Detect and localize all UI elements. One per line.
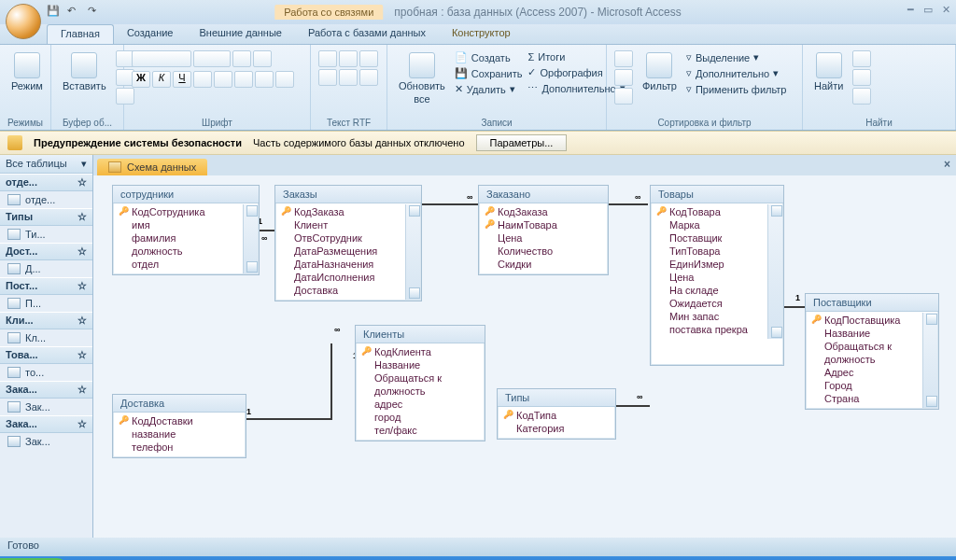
navigation-pane[interactable]: Все таблицы▾ отде...☆отде...Типы☆Ти...До… (0, 155, 93, 538)
underline-icon[interactable]: Ч (173, 71, 191, 88)
field[interactable]: телефон (117, 441, 242, 454)
nav-group[interactable]: Зака...☆ (0, 415, 92, 433)
field[interactable]: КодКлиента (359, 345, 481, 358)
nav-group[interactable]: Пост...☆ (0, 277, 92, 295)
field[interactable]: имя (117, 218, 255, 231)
save-record-button[interactable]: 💾 Сохранить (455, 66, 523, 80)
field[interactable]: Цена (654, 271, 780, 284)
field[interactable]: Адрес (809, 366, 935, 379)
tab-create[interactable]: Создание (114, 24, 187, 44)
undo-icon[interactable]: ↶ (67, 5, 82, 20)
field[interactable]: ДатаИсполнения (279, 271, 417, 284)
chevron-down-icon[interactable]: ▾ (81, 158, 87, 170)
entity-header[interactable]: Клиенты (356, 326, 485, 343)
nav-item[interactable]: Зак... (0, 399, 92, 415)
relationship-canvas[interactable]: 1∞ 1∞ 1∞ ∞1 ∞1 1∞ ∞1 сотрудникиКодСотруд… (93, 175, 956, 538)
field[interactable]: Город (809, 379, 935, 392)
field[interactable]: КодТовара (654, 205, 780, 218)
tab-home[interactable]: Главная (47, 24, 114, 44)
entity-tipy[interactable]: ТипыКодТипаКатегория (497, 388, 616, 440)
align-center-icon[interactable] (214, 71, 232, 88)
tab-external[interactable]: Внешние данные (187, 24, 295, 44)
scrollbar[interactable] (243, 204, 258, 273)
nav-item[interactable]: Зак... (0, 433, 92, 450)
chevron-up-icon[interactable]: ☆ (77, 245, 87, 258)
chevron-up-icon[interactable]: ☆ (77, 211, 87, 223)
field[interactable]: тел/факс (359, 424, 481, 437)
view-button[interactable]: Режим (7, 50, 47, 93)
goto-icon[interactable] (852, 69, 871, 86)
field[interactable]: Обращаться к (359, 371, 481, 385)
chevron-up-icon[interactable]: ☆ (77, 315, 87, 327)
field[interactable]: должность (117, 245, 255, 258)
highlight-icon[interactable] (359, 69, 378, 86)
chevron-up-icon[interactable]: ☆ (77, 176, 87, 189)
nav-group[interactable]: Това...☆ (0, 346, 92, 364)
refresh-button[interactable]: Обновитьвсе (395, 50, 449, 106)
field[interactable]: Скидки (483, 258, 604, 271)
entity-klienty[interactable]: КлиентыКодКлиентаНазваниеОбращаться кдол… (355, 325, 485, 441)
entity-header[interactable]: Типы (498, 389, 615, 407)
field[interactable]: должность (359, 385, 481, 398)
scrollbar[interactable] (922, 313, 937, 408)
security-options-button[interactable]: Параметры... (476, 134, 568, 151)
delete-record-button[interactable]: ✕ Удалить ▾ (455, 82, 523, 96)
field[interactable]: Название (359, 358, 481, 371)
field[interactable]: КодЗаказа (483, 205, 604, 218)
tab-dbwork[interactable]: Работа с базами данных (295, 24, 439, 44)
align-left-icon[interactable] (193, 71, 212, 88)
entity-header[interactable]: Товары (651, 186, 783, 203)
field[interactable]: ТипТовара (654, 245, 780, 258)
entity-postavshiki[interactable]: ПоставщикиКодПоставщикаНазваниеОбращатьс… (805, 293, 939, 410)
field[interactable]: КодПоставщика (809, 314, 935, 327)
fill-color-icon[interactable] (255, 71, 274, 88)
bold-icon[interactable]: Ж (132, 71, 150, 88)
nav-item[interactable]: отде... (0, 191, 92, 208)
font-size-select[interactable] (193, 50, 231, 67)
field[interactable]: На складе (654, 284, 780, 297)
scrollbar[interactable] (767, 204, 782, 339)
field[interactable]: Ожидается (654, 297, 780, 310)
align-right-icon[interactable] (234, 71, 253, 88)
field[interactable]: Количество (483, 245, 604, 258)
field[interactable]: Поставщик (654, 231, 780, 245)
selection-button[interactable]: ▿ Выделение ▾ (686, 50, 787, 64)
sort-desc-icon[interactable] (614, 69, 633, 86)
field[interactable]: НаимТовара (483, 218, 604, 231)
field[interactable]: поставка прекра (654, 323, 780, 336)
entity-zakazano[interactable]: ЗаказаноКодЗаказаНаимТовараЦенаКоличеств… (478, 185, 609, 275)
entity-header[interactable]: Заказано (479, 186, 608, 203)
doc-close-icon[interactable]: × (944, 158, 950, 171)
field[interactable]: Категория (501, 422, 612, 435)
font-select[interactable] (132, 50, 191, 67)
field[interactable]: название (117, 427, 242, 441)
font-color-icon[interactable] (275, 71, 294, 88)
field[interactable]: должность (809, 353, 935, 366)
save-icon[interactable]: 💾 (47, 5, 62, 20)
tab-constructor[interactable]: Конструктор (439, 24, 524, 44)
numlist-icon[interactable] (339, 69, 358, 86)
list-icon[interactable] (318, 69, 337, 86)
entity-dostavka[interactable]: ДоставкаКодДоставкиназваниетелефон (112, 394, 246, 458)
entity-tovary[interactable]: ТоварыКодТовараМаркаПоставщикТипТовараЕд… (650, 185, 784, 366)
minimize-icon[interactable]: ━ (907, 4, 914, 16)
nav-item[interactable]: то... (0, 364, 92, 381)
field[interactable]: Цена (483, 231, 604, 245)
scrollbar[interactable] (405, 204, 420, 300)
entity-header[interactable]: сотрудники (113, 186, 259, 203)
select-icon[interactable] (852, 88, 871, 105)
nav-item[interactable]: Д... (0, 260, 92, 277)
italic-icon[interactable]: К (152, 71, 171, 88)
nav-group[interactable]: Дост...☆ (0, 243, 92, 260)
field[interactable]: фамилия (117, 231, 255, 245)
advanced-button[interactable]: ▿ Дополнительно ▾ (686, 66, 787, 80)
ltr-icon[interactable] (359, 50, 378, 67)
entity-sotrudniki[interactable]: сотрудникиКодСотрудникаимяфамилиядолжнос… (112, 185, 260, 275)
field[interactable]: КодЗаказа (279, 205, 417, 218)
sort-asc-icon[interactable] (614, 50, 633, 67)
field[interactable]: ДатаНазначения (279, 258, 417, 271)
entity-header[interactable]: Доставка (113, 395, 246, 413)
entity-zakazy[interactable]: ЗаказыКодЗаказаКлиентОтвСотрудникДатаРаз… (274, 185, 422, 301)
field[interactable]: город (359, 411, 481, 424)
paste-button[interactable]: Вставить (59, 50, 110, 93)
